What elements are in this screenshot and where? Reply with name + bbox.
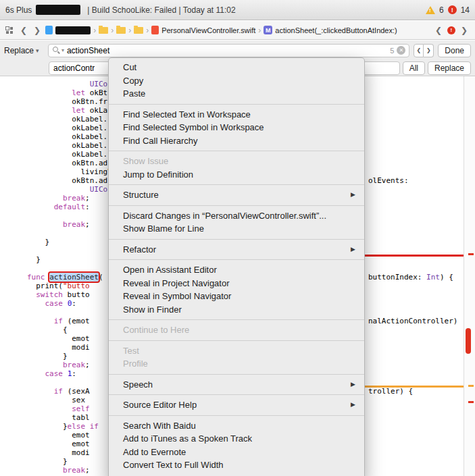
clear-search-icon[interactable] [397,46,405,55]
menu-item-add-to-evernote[interactable]: Add to Evernote [109,446,364,459]
warning-mark-icon [468,385,474,387]
breadcrumb-separator: › [258,26,261,35]
search-input[interactable]: actionSheet [67,46,387,55]
code-fragment-right[interactable]: buttonIndex: Int) { [368,273,453,282]
menu-item-source-editor-help[interactable]: Source Editor Help [109,398,364,412]
issue-badge-icon[interactable] [447,26,455,34]
previous-match-button[interactable]: ❮ [414,44,424,57]
menu-separator [109,374,364,375]
jump-bar: ❮ ❯ › › › › PersonalViewController.swift… [0,21,475,40]
breadcrumb-separator: › [111,26,114,35]
code-fragment-right[interactable]: olEvents: [368,176,409,185]
warning-highlight-line [364,386,464,388]
menu-item-convert-text-to-full-width[interactable]: Convert Text to Full Width [109,458,364,472]
warning-count[interactable]: 6 [439,5,444,15]
menu-item-continue-to-here: Continue to Here [109,323,364,337]
menu-item-reveal-in-project-navigator[interactable]: Reveal in Project Navigator [109,277,364,290]
menu-item-speech[interactable]: Speech [109,378,364,392]
menu-item-jump-to-definition[interactable]: Jump to Definition [109,168,364,182]
menu-item-discard-changes-in-personalviewcontroller-swift[interactable]: Discard Changes in “PersonalViewControll… [109,209,364,223]
menu-item-test: Test [109,344,364,358]
code-fragment-right[interactable]: nalActionController) [368,317,457,325]
menu-separator [109,205,364,206]
menu-separator [109,239,364,240]
replace-button[interactable]: Replace [428,61,471,75]
code-fragment-right[interactable]: troller) { [368,387,413,396]
main-toolbar: 6s Plus | Build SchooLike: Failed | Toda… [0,0,475,20]
menu-item-paste[interactable]: Paste [109,87,364,101]
scheme-device-label[interactable]: 6s Plus [5,5,32,15]
breadcrumb-separator: › [93,26,96,35]
breadcrumb-separator: › [128,26,131,35]
swift-file-icon[interactable] [151,26,159,34]
scrollbar[interactable] [464,76,475,476]
error-count[interactable]: 14 [461,5,470,15]
menu-item-add-to-itunes-as-a-spoken-track[interactable]: Add to iTunes as a Spoken Track [109,432,364,446]
error-highlight-line [364,255,464,257]
menu-item-open-in-assistant-editor[interactable]: Open in Assistant Editor [109,263,364,277]
next-issue-button[interactable]: ❯ [459,26,470,35]
menu-separator [109,394,364,395]
replace-all-button[interactable]: All [403,61,425,75]
menu-item-reveal-in-symbol-navigator[interactable]: Reveal in Symbol Navigator [109,290,364,303]
replace-actions: All Replace [403,61,471,75]
breadcrumb-file[interactable]: PersonalViewController.swift [161,26,255,34]
menu-item-find-selected-symbol-in-workspace[interactable]: Find Selected Symbol in Workspace [109,121,364,134]
error-mark-icon [468,253,474,255]
menu-separator [109,319,364,320]
menu-item-show-blame-for-line[interactable]: Show Blame for Line [109,222,364,236]
menu-item-structure[interactable]: Structure [109,188,364,202]
project-file-icon[interactable] [45,26,53,34]
match-count: 5 [390,47,394,55]
related-items-icon[interactable] [5,26,13,34]
context-menu: CutCopyPasteFind Selected Text in Worksp… [108,57,365,476]
menu-separator [109,104,364,105]
menu-item-find-call-hierarchy[interactable]: Find Call Hierarchy [109,134,364,148]
find-mode-dropdown[interactable]: Replace [4,46,45,55]
menu-separator [109,184,364,185]
search-field[interactable]: ▾ actionSheet 5 [48,44,409,57]
redacted-breadcrumb-project [55,26,91,34]
found-selection-highlight: actionSheet [49,273,99,282]
previous-issue-button[interactable]: ❮ [433,26,444,35]
menu-item-show-issue: Show Issue [109,155,364,168]
menu-separator [109,151,364,151]
breadcrumb-symbol[interactable]: actionSheet(_:clickedButtonAtIndex:) [275,26,397,34]
done-button[interactable]: Done [438,44,471,57]
error-bar-icon [466,328,471,354]
search-options-caret-icon[interactable]: ▾ [61,47,64,53]
find-result-navigation: ❮ ❯ [414,44,434,57]
error-mark-icon [468,401,474,403]
menu-item-cut[interactable]: Cut [109,61,364,74]
menu-item-profile: Profile [109,357,364,371]
folder-icon[interactable] [116,27,126,34]
method-badge-icon: M [264,26,272,34]
issue-navigation: ❮ ❯ [433,26,470,35]
menu-item-find-selected-text-in-workspace[interactable]: Find Selected Text in Workspace [109,108,364,122]
menu-separator [109,259,364,260]
go-forward-button[interactable]: ❯ [32,26,43,35]
menu-separator [109,415,364,416]
breadcrumb-separator: › [146,26,149,35]
menu-item-search-with-baidu[interactable]: Search With Baidu [109,419,364,433]
menu-item-refactor[interactable]: Refactor [109,243,364,257]
build-status-text: | Build SchooLike: Failed | Today at 11:… [87,5,235,15]
replace-input[interactable]: actionContr [53,63,95,73]
menu-item-copy[interactable]: Copy [109,74,364,88]
next-match-button[interactable]: ❯ [424,44,434,57]
search-icon [52,46,61,55]
menu-item-show-in-finder[interactable]: Show in Finder [109,303,364,317]
xcode-window: 6s Plus | Build SchooLike: Failed | Toda… [0,0,475,476]
go-back-button[interactable]: ❮ [18,26,29,35]
folder-icon[interactable] [99,27,108,34]
folder-icon[interactable] [134,27,143,34]
error-icon[interactable] [448,5,457,14]
menu-separator [109,340,364,341]
warning-icon[interactable] [426,6,435,14]
redacted-project-name [36,5,80,15]
